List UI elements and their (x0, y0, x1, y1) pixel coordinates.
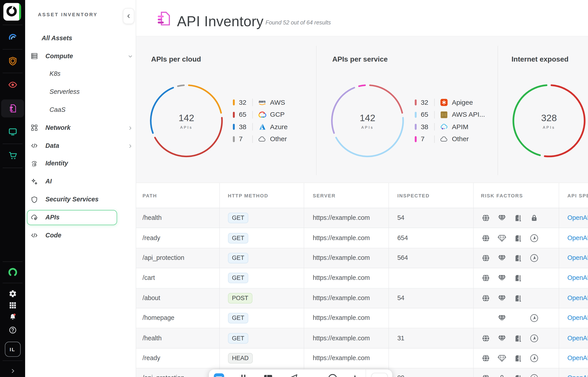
legend-item: 65AWS API... (415, 109, 501, 121)
column-label: HTTP METHOD (228, 193, 268, 198)
toolbar-circle-icon[interactable] (327, 373, 338, 377)
sidebar-item-network[interactable]: Network (25, 119, 136, 137)
api-spec-link[interactable]: OpenAPI (567, 314, 588, 322)
cell-path: /homepage (142, 308, 174, 328)
table-row[interactable]: /readyHEADhttps://example.comOpenAPI (136, 348, 588, 368)
api-spec-link[interactable]: OpenAPI (567, 254, 588, 262)
sidebar-item-identity[interactable]: Identity (25, 155, 136, 173)
table-row[interactable]: /healthGEThttps://example.com54OpenAPI (136, 208, 588, 228)
legend-item: 32awsAWS (233, 96, 319, 109)
table-row[interactable]: /api_protectionGEThttps://example.com564… (136, 248, 588, 268)
risk-door-icon (513, 373, 522, 377)
sidebar-item-code[interactable]: Code (25, 226, 136, 245)
table-row[interactable]: /aboutPOSThttps://example.com54OpenAPI (136, 288, 588, 308)
legend-item: 38Azure (233, 121, 319, 133)
eye-red-icon[interactable] (8, 80, 18, 90)
user-avatar[interactable]: IL (5, 342, 21, 357)
cart-icon[interactable] (8, 151, 18, 161)
sidebar-item-label: CaaS (50, 106, 66, 114)
legend-item: 38APIM (415, 121, 501, 133)
green-ring-icon[interactable] (7, 267, 18, 278)
gear-icon[interactable] (9, 290, 17, 298)
page-header: API Inventory Found 52 out of 64 results (136, 0, 588, 36)
api-spec-link[interactable]: OpenAPI (567, 214, 588, 222)
sidebar-item-all-assets[interactable]: All Assets (25, 29, 136, 47)
api-pink-icon[interactable] (8, 104, 18, 113)
toolbar-plane-icon[interactable] (287, 373, 299, 377)
rail-divider (3, 283, 23, 283)
sidebar-item-label: Data (45, 142, 59, 150)
code-icon (30, 231, 38, 239)
app-logo[interactable] (3, 3, 21, 21)
grid-icon[interactable] (9, 301, 17, 309)
toolbar-table-icon[interactable] (263, 373, 274, 377)
column-header-server[interactable]: SERVER (313, 183, 335, 208)
legend-color (233, 136, 235, 142)
sidebar-item-label: All Assets (42, 35, 72, 42)
sidebar-item-apis[interactable]: APIs (25, 209, 136, 226)
api-spec-link[interactable]: OpenAPI (567, 375, 588, 377)
sidebar-item-ai[interactable]: AI (25, 173, 136, 191)
table-row[interactable]: /healthGEThttps://example.com31OpenAPI (136, 328, 588, 348)
api-spec-link[interactable]: OpenAPI (567, 274, 588, 282)
column-header-http-method[interactable]: HTTP METHOD (228, 183, 268, 208)
table-row[interactable]: /cartGEThttps://example.comOpenAPI (136, 268, 588, 288)
donut-chart: 328APIs (508, 80, 588, 162)
risk-gem-icon (497, 213, 507, 223)
cell-http-method: GET (228, 328, 248, 348)
api-spec-link[interactable]: OpenAPI (567, 334, 588, 342)
toolbar-sparkle-icon[interactable] (350, 373, 362, 377)
sidebar-item-caas[interactable]: CaaS (25, 101, 136, 119)
sidebar-item-serverless[interactable]: Serverless (25, 83, 136, 101)
servers-icon (30, 52, 38, 60)
cell-api-spec: OpenAPI (567, 248, 588, 268)
risk-plane-icon (529, 333, 539, 343)
sidebar-collapse-button[interactable] (123, 8, 134, 24)
charts-section: APIs per cloud142APIs32awsAWS65GCP38Azur… (136, 36, 588, 183)
column-header-path[interactable]: PATH (142, 183, 157, 208)
monitor-icon[interactable] (8, 127, 18, 137)
column-divider (388, 183, 389, 377)
api-spec-link[interactable]: OpenAPI (567, 354, 588, 362)
sidebar-item-data[interactable]: Data (25, 137, 136, 155)
sidebar-item-label: Serverless (50, 88, 80, 96)
toolbar-blue-filter-icon[interactable] (213, 373, 225, 377)
sidebar-item-compute[interactable]: Compute (25, 47, 136, 65)
cell-api-spec: OpenAPI (567, 368, 588, 377)
radar-icon[interactable] (8, 32, 18, 42)
cell-api-spec: OpenAPI (567, 308, 588, 328)
table-row[interactable]: /readyGEThttps://example.com654OpenAPI (136, 228, 588, 248)
asset-inventory-sidebar: ASSET INVENTORY All AssetsComputeK8sServ… (25, 0, 136, 377)
legend-item: 32Apigee (415, 96, 501, 109)
table-row[interactable]: /homepageGEThttps://example.comOpenAPI (136, 308, 588, 328)
results-count: Found 52 out of 64 results (265, 19, 331, 25)
cell-inspected: 654 (397, 228, 408, 248)
rail-divider (3, 49, 23, 49)
toolbar-page-button[interactable] (371, 373, 388, 377)
rail-expand-icon[interactable] (10, 368, 16, 374)
cell-path: /api_protection (142, 248, 184, 268)
column-header-api-spec[interactable]: API SPEC (567, 183, 588, 208)
sidebar-item-label: Compute (45, 52, 73, 60)
chart-title: APIs per service (332, 55, 388, 63)
column-header-risk-factors[interactable]: RISK FACTORS (481, 183, 523, 208)
sidebar-item-security-services[interactable]: Security Services (25, 191, 136, 209)
shield-orange-icon[interactable] (8, 56, 18, 66)
http-method-badge: HEAD (228, 353, 253, 364)
help-icon[interactable] (9, 326, 17, 334)
bell-icon[interactable] (9, 313, 17, 321)
sidebar-item-k8s[interactable]: K8s (25, 65, 136, 83)
risk-door-icon (513, 273, 522, 283)
http-method-badge: GET (228, 253, 248, 263)
api-spec-link[interactable]: OpenAPI (567, 294, 588, 302)
cell-path: /ready (142, 348, 160, 368)
chevron-right-icon (128, 143, 133, 148)
toolbar-pause-icon[interactable] (238, 373, 249, 377)
risk-door-icon (513, 294, 522, 303)
column-header-inspected[interactable]: INSPECTED (397, 183, 429, 208)
cell-http-method: GET (228, 228, 248, 248)
http-method-badge: GET (228, 213, 248, 223)
table-header: PATHHTTP METHODSERVERINSPECTEDRISK FACTO… (136, 183, 588, 208)
api-spec-link[interactable]: OpenAPI (567, 234, 588, 242)
legend-label: APIM (452, 123, 468, 131)
